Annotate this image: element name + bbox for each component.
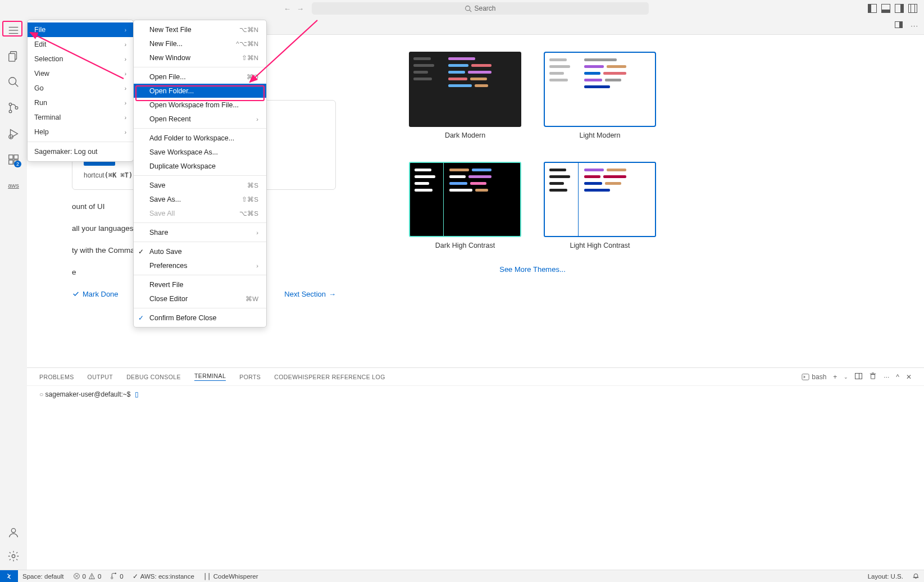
file-auto-save[interactable]: ✓Auto Save [134, 244, 266, 258]
file-confirm-before-close[interactable]: ✓Confirm Before Close [134, 311, 266, 325]
menu-file[interactable]: File› [28, 22, 133, 37]
terminal-shell-icon[interactable]: bash [802, 373, 826, 381]
theme-light-high-contrast[interactable]: Light High Contrast [544, 162, 656, 249]
app-menu: File› Edit› Selection› View› Go› Run› Te… [27, 20, 134, 162]
file-new-file[interactable]: New File...^⌥⌘N [134, 37, 266, 51]
toggle-secondary-sidebar-icon[interactable] [895, 4, 904, 13]
menu-terminal[interactable]: Terminal› [28, 110, 133, 125]
panel-tab-ports[interactable]: PORTS [239, 374, 261, 380]
mark-done-link[interactable]: Mark Done [72, 290, 119, 298]
remote-button[interactable] [0, 570, 18, 583]
status-aws[interactable]: ✓ AWS: ecs:instance [128, 570, 199, 582]
file-new-window[interactable]: New Window⇧⌘N [134, 51, 266, 65]
run-debug-icon[interactable] [7, 127, 20, 140]
svg-point-29 [92, 578, 92, 578]
theme-dark-modern[interactable]: Dark Modern [409, 52, 521, 139]
theme-dark-high-contrast[interactable]: Dark High Contrast [409, 162, 521, 249]
svg-point-31 [115, 573, 116, 574]
accounts-icon[interactable] [7, 526, 20, 539]
explorer-icon[interactable] [7, 49, 20, 63]
extensions-badge: 2 [14, 161, 21, 167]
svg-point-10 [9, 110, 12, 113]
file-close-editor[interactable]: Close Editor⌘W [134, 292, 266, 306]
nav-forward-icon[interactable]: → [297, 4, 304, 13]
file-submenu: New Text File⌥⌘N New File...^⌥⌘N New Win… [133, 20, 267, 328]
file-save-as[interactable]: Save As...⇧⌘S [134, 192, 266, 206]
nav-arrows: ← → [284, 4, 304, 13]
split-editor-icon[interactable] [895, 21, 903, 30]
see-more-themes-link[interactable]: See More Themes... [499, 265, 566, 274]
svg-point-9 [9, 103, 12, 106]
svg-point-7 [9, 78, 16, 85]
file-open-file[interactable]: Open File...⌘O [134, 70, 266, 84]
svg-rect-21 [871, 374, 875, 379]
layout-controls [868, 4, 917, 13]
file-open-workspace[interactable]: Open Workspace from File... [134, 98, 266, 112]
svg-rect-14 [9, 155, 13, 159]
menu-hamburger-icon[interactable] [7, 24, 20, 37]
panel-tab-problems[interactable]: PROBLEMS [39, 374, 74, 380]
search-icon[interactable] [7, 75, 20, 89]
toggle-panel-icon[interactable] [881, 4, 890, 13]
close-panel-icon[interactable]: ✕ [906, 373, 912, 381]
file-open-folder[interactable]: Open Folder... [134, 84, 266, 98]
extensions-icon[interactable]: 2 [7, 153, 20, 166]
panel-tab-debug-console[interactable]: DEBUG CONSOLE [126, 374, 181, 380]
menu-sagemaker-logout[interactable]: Sagemaker: Log out [28, 144, 133, 159]
svg-marker-12 [11, 130, 18, 138]
svg-point-30 [111, 577, 113, 579]
settings-gear-icon[interactable] [7, 549, 20, 563]
next-section-link[interactable]: Next Section → [284, 290, 336, 298]
kill-terminal-icon[interactable] [869, 372, 877, 381]
status-layout[interactable]: Layout: U.S. [863, 573, 908, 580]
more-actions-icon[interactable]: ··· [911, 21, 918, 30]
panel-tab-terminal[interactable]: TERMINAL [194, 372, 226, 381]
status-bell-icon[interactable] [908, 572, 924, 580]
file-revert[interactable]: Revert File [134, 278, 266, 292]
search-icon [465, 5, 472, 12]
menu-go[interactable]: Go› [28, 81, 133, 96]
file-duplicate-workspace[interactable]: Duplicate Workspace [134, 159, 266, 173]
panel-tabs: PROBLEMS OUTPUT DEBUG CONSOLE TERMINAL P… [27, 368, 924, 386]
panel-more-icon[interactable]: ··· [884, 373, 889, 381]
status-bar: Space: default 0 0 0 ✓ AWS: ecs:instance… [0, 570, 924, 582]
menu-view[interactable]: View› [28, 66, 133, 81]
bottom-panel: PROBLEMS OUTPUT DEBUG CONSOLE TERMINAL P… [27, 367, 924, 570]
search-placeholder: Search [474, 4, 495, 12]
maximize-panel-icon[interactable]: ^ [896, 373, 899, 381]
activity-bar: 2 aws [0, 17, 27, 570]
file-share[interactable]: Share› [134, 225, 266, 239]
file-add-folder[interactable]: Add Folder to Workspace... [134, 131, 266, 145]
customize-layout-icon[interactable] [908, 4, 917, 13]
svg-rect-16 [9, 160, 13, 164]
new-terminal-icon[interactable]: + [833, 373, 837, 381]
svg-rect-15 [14, 155, 18, 159]
status-codewhisperer[interactable]: || CodeWhisperer [199, 570, 263, 582]
file-save[interactable]: Save⌘S [134, 178, 266, 192]
terminal-dropdown-icon[interactable]: ⌄ [844, 374, 848, 380]
split-terminal-icon[interactable] [855, 373, 862, 381]
command-center-search[interactable]: Search [312, 2, 649, 15]
file-save-all: Save All⌥⌘S [134, 206, 266, 220]
status-space[interactable]: Space: default [18, 570, 69, 582]
aws-icon[interactable]: aws [7, 179, 20, 192]
toggle-primary-sidebar-icon[interactable] [868, 4, 877, 13]
menu-run[interactable]: Run› [28, 96, 133, 110]
menu-help[interactable]: Help› [28, 125, 133, 139]
file-open-recent[interactable]: Open Recent› [134, 112, 266, 126]
svg-line-8 [15, 84, 19, 87]
source-control-icon[interactable] [7, 101, 20, 115]
file-save-workspace[interactable]: Save Workspace As... [134, 145, 266, 159]
nav-back-icon[interactable]: ← [284, 4, 291, 13]
theme-light-modern[interactable]: Light Modern [544, 52, 656, 139]
panel-tab-codewhisperer[interactable]: CODEWHISPERER REFERENCE LOG [274, 374, 385, 380]
status-problems[interactable]: 0 0 [69, 570, 106, 582]
panel-tab-output[interactable]: OUTPUT [88, 374, 113, 380]
menu-selection[interactable]: Selection› [28, 52, 133, 66]
status-ports[interactable]: 0 [106, 570, 128, 582]
theme-previews: Dark Modern [409, 52, 656, 274]
menu-edit[interactable]: Edit› [28, 37, 133, 52]
file-preferences[interactable]: Preferences› [134, 258, 266, 272]
file-new-text-file[interactable]: New Text File⌥⌘N [134, 22, 266, 37]
terminal-body[interactable]: ○ sagemaker-user@default:~$ ▯ [27, 386, 924, 570]
